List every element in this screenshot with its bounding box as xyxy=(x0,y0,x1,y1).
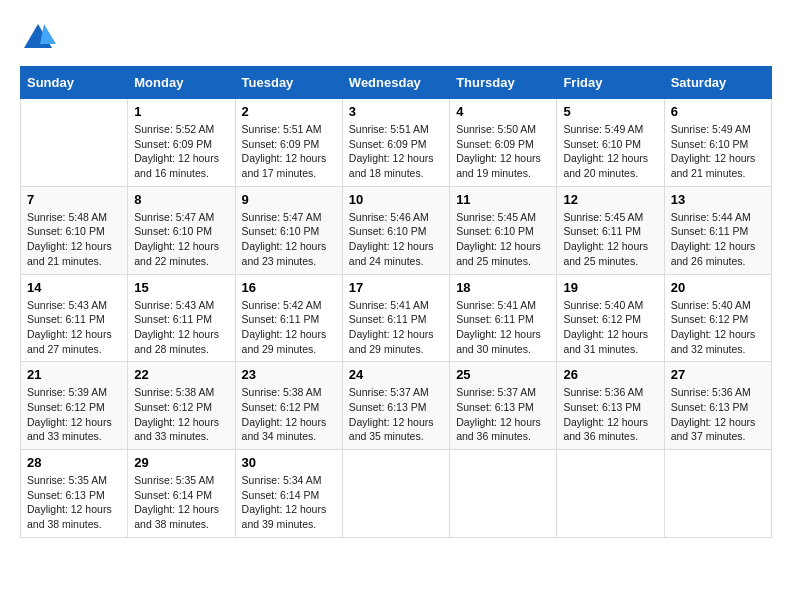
day-info: Sunrise: 5:47 AM Sunset: 6:10 PM Dayligh… xyxy=(242,210,336,269)
calendar-cell: 17Sunrise: 5:41 AM Sunset: 6:11 PM Dayli… xyxy=(342,274,449,362)
calendar-cell: 25Sunrise: 5:37 AM Sunset: 6:13 PM Dayli… xyxy=(450,362,557,450)
calendar-cell: 9Sunrise: 5:47 AM Sunset: 6:10 PM Daylig… xyxy=(235,186,342,274)
day-number: 18 xyxy=(456,280,550,295)
day-number: 8 xyxy=(134,192,228,207)
day-info: Sunrise: 5:37 AM Sunset: 6:13 PM Dayligh… xyxy=(349,385,443,444)
calendar-cell: 3Sunrise: 5:51 AM Sunset: 6:09 PM Daylig… xyxy=(342,99,449,187)
day-number: 5 xyxy=(563,104,657,119)
calendar-cell: 27Sunrise: 5:36 AM Sunset: 6:13 PM Dayli… xyxy=(664,362,771,450)
calendar-cell xyxy=(664,450,771,538)
day-info: Sunrise: 5:47 AM Sunset: 6:10 PM Dayligh… xyxy=(134,210,228,269)
day-number: 6 xyxy=(671,104,765,119)
calendar-cell: 19Sunrise: 5:40 AM Sunset: 6:12 PM Dayli… xyxy=(557,274,664,362)
day-info: Sunrise: 5:42 AM Sunset: 6:11 PM Dayligh… xyxy=(242,298,336,357)
calendar-week-3: 14Sunrise: 5:43 AM Sunset: 6:11 PM Dayli… xyxy=(21,274,772,362)
calendar-cell: 24Sunrise: 5:37 AM Sunset: 6:13 PM Dayli… xyxy=(342,362,449,450)
calendar-cell: 16Sunrise: 5:42 AM Sunset: 6:11 PM Dayli… xyxy=(235,274,342,362)
day-number: 3 xyxy=(349,104,443,119)
day-number: 4 xyxy=(456,104,550,119)
calendar-cell: 4Sunrise: 5:50 AM Sunset: 6:09 PM Daylig… xyxy=(450,99,557,187)
calendar-cell: 14Sunrise: 5:43 AM Sunset: 6:11 PM Dayli… xyxy=(21,274,128,362)
calendar-week-5: 28Sunrise: 5:35 AM Sunset: 6:13 PM Dayli… xyxy=(21,450,772,538)
day-info: Sunrise: 5:44 AM Sunset: 6:11 PM Dayligh… xyxy=(671,210,765,269)
day-info: Sunrise: 5:41 AM Sunset: 6:11 PM Dayligh… xyxy=(349,298,443,357)
day-info: Sunrise: 5:51 AM Sunset: 6:09 PM Dayligh… xyxy=(349,122,443,181)
calendar-cell: 18Sunrise: 5:41 AM Sunset: 6:11 PM Dayli… xyxy=(450,274,557,362)
calendar-cell: 15Sunrise: 5:43 AM Sunset: 6:11 PM Dayli… xyxy=(128,274,235,362)
day-info: Sunrise: 5:34 AM Sunset: 6:14 PM Dayligh… xyxy=(242,473,336,532)
calendar-header-row: SundayMondayTuesdayWednesdayThursdayFrid… xyxy=(21,67,772,99)
calendar-cell: 8Sunrise: 5:47 AM Sunset: 6:10 PM Daylig… xyxy=(128,186,235,274)
day-number: 29 xyxy=(134,455,228,470)
day-number: 1 xyxy=(134,104,228,119)
day-info: Sunrise: 5:51 AM Sunset: 6:09 PM Dayligh… xyxy=(242,122,336,181)
calendar-cell: 7Sunrise: 5:48 AM Sunset: 6:10 PM Daylig… xyxy=(21,186,128,274)
calendar-cell xyxy=(342,450,449,538)
day-number: 26 xyxy=(563,367,657,382)
header-saturday: Saturday xyxy=(664,67,771,99)
day-info: Sunrise: 5:46 AM Sunset: 6:10 PM Dayligh… xyxy=(349,210,443,269)
header-friday: Friday xyxy=(557,67,664,99)
day-number: 9 xyxy=(242,192,336,207)
header-wednesday: Wednesday xyxy=(342,67,449,99)
day-info: Sunrise: 5:38 AM Sunset: 6:12 PM Dayligh… xyxy=(242,385,336,444)
day-number: 10 xyxy=(349,192,443,207)
day-info: Sunrise: 5:41 AM Sunset: 6:11 PM Dayligh… xyxy=(456,298,550,357)
calendar-week-2: 7Sunrise: 5:48 AM Sunset: 6:10 PM Daylig… xyxy=(21,186,772,274)
day-info: Sunrise: 5:50 AM Sunset: 6:09 PM Dayligh… xyxy=(456,122,550,181)
page-header xyxy=(20,20,772,56)
day-number: 16 xyxy=(242,280,336,295)
calendar-week-1: 1Sunrise: 5:52 AM Sunset: 6:09 PM Daylig… xyxy=(21,99,772,187)
logo xyxy=(20,20,60,56)
calendar-cell: 23Sunrise: 5:38 AM Sunset: 6:12 PM Dayli… xyxy=(235,362,342,450)
calendar-cell: 20Sunrise: 5:40 AM Sunset: 6:12 PM Dayli… xyxy=(664,274,771,362)
calendar-cell: 12Sunrise: 5:45 AM Sunset: 6:11 PM Dayli… xyxy=(557,186,664,274)
day-number: 17 xyxy=(349,280,443,295)
calendar-cell: 1Sunrise: 5:52 AM Sunset: 6:09 PM Daylig… xyxy=(128,99,235,187)
calendar-cell: 30Sunrise: 5:34 AM Sunset: 6:14 PM Dayli… xyxy=(235,450,342,538)
day-number: 21 xyxy=(27,367,121,382)
day-info: Sunrise: 5:49 AM Sunset: 6:10 PM Dayligh… xyxy=(563,122,657,181)
calendar-cell: 29Sunrise: 5:35 AM Sunset: 6:14 PM Dayli… xyxy=(128,450,235,538)
calendar-cell: 26Sunrise: 5:36 AM Sunset: 6:13 PM Dayli… xyxy=(557,362,664,450)
day-info: Sunrise: 5:40 AM Sunset: 6:12 PM Dayligh… xyxy=(563,298,657,357)
day-number: 30 xyxy=(242,455,336,470)
calendar-cell: 10Sunrise: 5:46 AM Sunset: 6:10 PM Dayli… xyxy=(342,186,449,274)
day-number: 11 xyxy=(456,192,550,207)
calendar-cell: 2Sunrise: 5:51 AM Sunset: 6:09 PM Daylig… xyxy=(235,99,342,187)
day-info: Sunrise: 5:52 AM Sunset: 6:09 PM Dayligh… xyxy=(134,122,228,181)
day-number: 23 xyxy=(242,367,336,382)
day-number: 13 xyxy=(671,192,765,207)
day-number: 14 xyxy=(27,280,121,295)
calendar-cell xyxy=(557,450,664,538)
day-number: 12 xyxy=(563,192,657,207)
day-number: 24 xyxy=(349,367,443,382)
day-info: Sunrise: 5:43 AM Sunset: 6:11 PM Dayligh… xyxy=(27,298,121,357)
day-info: Sunrise: 5:37 AM Sunset: 6:13 PM Dayligh… xyxy=(456,385,550,444)
day-number: 25 xyxy=(456,367,550,382)
header-monday: Monday xyxy=(128,67,235,99)
calendar-week-4: 21Sunrise: 5:39 AM Sunset: 6:12 PM Dayli… xyxy=(21,362,772,450)
day-number: 2 xyxy=(242,104,336,119)
calendar-table: SundayMondayTuesdayWednesdayThursdayFrid… xyxy=(20,66,772,538)
header-sunday: Sunday xyxy=(21,67,128,99)
day-info: Sunrise: 5:35 AM Sunset: 6:14 PM Dayligh… xyxy=(134,473,228,532)
header-thursday: Thursday xyxy=(450,67,557,99)
day-info: Sunrise: 5:45 AM Sunset: 6:11 PM Dayligh… xyxy=(563,210,657,269)
header-tuesday: Tuesday xyxy=(235,67,342,99)
day-info: Sunrise: 5:48 AM Sunset: 6:10 PM Dayligh… xyxy=(27,210,121,269)
day-info: Sunrise: 5:36 AM Sunset: 6:13 PM Dayligh… xyxy=(563,385,657,444)
calendar-cell: 22Sunrise: 5:38 AM Sunset: 6:12 PM Dayli… xyxy=(128,362,235,450)
day-info: Sunrise: 5:45 AM Sunset: 6:10 PM Dayligh… xyxy=(456,210,550,269)
day-info: Sunrise: 5:35 AM Sunset: 6:13 PM Dayligh… xyxy=(27,473,121,532)
day-number: 7 xyxy=(27,192,121,207)
day-info: Sunrise: 5:38 AM Sunset: 6:12 PM Dayligh… xyxy=(134,385,228,444)
day-number: 15 xyxy=(134,280,228,295)
day-info: Sunrise: 5:49 AM Sunset: 6:10 PM Dayligh… xyxy=(671,122,765,181)
calendar-cell: 6Sunrise: 5:49 AM Sunset: 6:10 PM Daylig… xyxy=(664,99,771,187)
day-number: 27 xyxy=(671,367,765,382)
calendar-cell: 11Sunrise: 5:45 AM Sunset: 6:10 PM Dayli… xyxy=(450,186,557,274)
day-number: 19 xyxy=(563,280,657,295)
calendar-cell: 5Sunrise: 5:49 AM Sunset: 6:10 PM Daylig… xyxy=(557,99,664,187)
day-info: Sunrise: 5:43 AM Sunset: 6:11 PM Dayligh… xyxy=(134,298,228,357)
